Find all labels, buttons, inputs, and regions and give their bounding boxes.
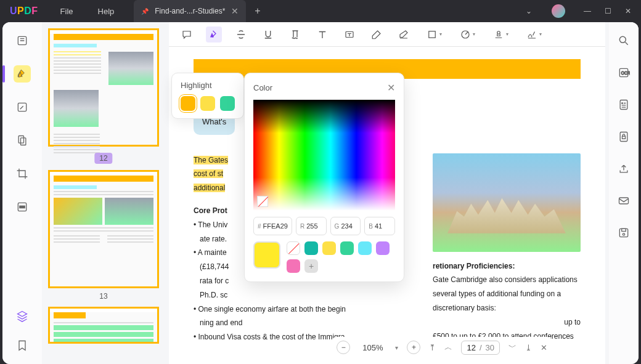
no-color-swatch[interactable]: [257, 196, 268, 207]
menu-file[interactable]: File: [48, 7, 86, 16]
pencil-tool[interactable]: [369, 26, 385, 42]
zoom-out-button[interactable]: −: [337, 341, 350, 354]
comment-tool[interactable]: [179, 26, 195, 42]
share-icon[interactable]: [615, 160, 632, 177]
r-field[interactable]: R255: [296, 217, 327, 235]
layers-icon[interactable]: [14, 307, 31, 325]
preset-cyan[interactable]: [358, 241, 372, 255]
zoom-caret-icon[interactable]: ▾: [395, 344, 398, 351]
thumbnail-panel: 12 13: [42, 22, 165, 364]
annotation-toolbar: [169, 22, 605, 47]
signature-tool[interactable]: [523, 26, 545, 42]
svg-point-10: [619, 36, 626, 42]
last-page-button[interactable]: ⤓: [525, 343, 532, 352]
zoom-value[interactable]: 105%: [359, 343, 386, 352]
thumbnail-page-13[interactable]: [48, 170, 159, 288]
user-avatar[interactable]: [552, 4, 565, 18]
tab-title: Find-and-...r-Studies*: [155, 7, 225, 15]
edit-mode-icon[interactable]: [14, 99, 31, 116]
color-spectrum[interactable]: [253, 100, 395, 211]
svg-rect-3: [21, 138, 26, 145]
ocr-icon[interactable]: OCR: [615, 64, 632, 81]
thumbnail-label-13: 13: [48, 292, 159, 301]
search-icon[interactable]: [615, 32, 632, 49]
svg-rect-13: [620, 100, 627, 110]
sticker-tool[interactable]: [456, 26, 478, 42]
color-title: Color: [253, 83, 272, 92]
preset-none[interactable]: [287, 241, 300, 255]
color-preview: [253, 241, 280, 269]
stamp-tool[interactable]: [489, 26, 512, 42]
svg-rect-5: [20, 206, 25, 208]
svg-rect-19: [622, 229, 626, 231]
highlight-swatch-0[interactable]: [181, 96, 195, 111]
bottom-bar: − 105% ▾ + ⤒ ︿ 12 / 30 ﹀ ⤓ ✕: [332, 337, 552, 358]
preset-yellow[interactable]: [322, 241, 336, 255]
text-tool[interactable]: [314, 26, 330, 42]
main-area: 12 13: [2, 22, 639, 364]
svg-text:OCR: OCR: [621, 71, 630, 75]
underline-tool[interactable]: [260, 26, 276, 42]
crop-icon[interactable]: [14, 165, 31, 182]
window-dropdown[interactable]: ⌄: [526, 7, 532, 15]
svg-rect-17: [619, 198, 629, 204]
b-field[interactable]: B41: [364, 217, 395, 235]
bookmark-icon[interactable]: [14, 337, 31, 354]
preset-pink[interactable]: [287, 259, 300, 273]
eraser-tool[interactable]: [396, 26, 412, 42]
highlight-swatch-1[interactable]: [200, 96, 215, 111]
email-icon[interactable]: [615, 192, 632, 209]
g-field[interactable]: G234: [330, 217, 361, 235]
save-icon[interactable]: [615, 224, 632, 241]
svg-rect-2: [18, 136, 23, 144]
shape-tool[interactable]: [423, 26, 445, 42]
page-indicator[interactable]: 12 / 30: [461, 341, 500, 355]
svg-rect-16: [623, 136, 626, 139]
thumbnail-label-12: 12: [94, 153, 112, 164]
svg-point-9: [497, 31, 500, 34]
highlight-title: Highlight: [181, 81, 235, 90]
svg-point-14: [622, 103, 623, 104]
document-photo: [433, 153, 581, 252]
thumbnail-page-14[interactable]: [48, 307, 159, 344]
comment-mode-icon[interactable]: [14, 65, 31, 83]
next-page-button[interactable]: ﹀: [508, 342, 516, 353]
preset-purple[interactable]: [376, 241, 390, 255]
form-icon[interactable]: [615, 96, 632, 113]
right-rail: OCR: [609, 22, 639, 364]
first-page-button[interactable]: ⤒: [429, 343, 436, 352]
zoom-in-button[interactable]: +: [407, 341, 420, 354]
reader-mode-icon[interactable]: [14, 32, 31, 49]
preset-green[interactable]: [340, 241, 354, 255]
maximize-button[interactable]: ☐: [605, 7, 611, 15]
thumbnail-page-12[interactable]: [48, 28, 159, 147]
close-tab-icon[interactable]: ✕: [231, 6, 239, 16]
highlighter-tool[interactable]: [206, 26, 222, 42]
svg-rect-15: [620, 132, 627, 142]
preset-add[interactable]: +: [304, 259, 318, 273]
left-rail: [2, 22, 42, 364]
organize-pages-icon[interactable]: [14, 132, 31, 149]
squiggly-tool[interactable]: [287, 26, 303, 42]
color-panel: Color ✕ #FFEA29 R255 G234 B41 +: [244, 73, 404, 282]
svg-point-20: [623, 233, 624, 235]
textbox-tool[interactable]: [341, 26, 357, 42]
color-close-icon[interactable]: ✕: [387, 82, 395, 94]
pin-icon: 📌: [141, 8, 149, 15]
prev-page-button[interactable]: ︿: [444, 342, 452, 353]
redact-icon[interactable]: [14, 198, 31, 216]
protect-icon[interactable]: [615, 128, 632, 145]
close-window-button[interactable]: ✕: [625, 7, 631, 15]
highlight-swatch-2[interactable]: [220, 96, 235, 111]
preset-teal[interactable]: [304, 241, 318, 255]
close-bar-button[interactable]: ✕: [541, 343, 547, 352]
hex-field[interactable]: #FFEA29: [253, 217, 292, 235]
app-logo: UPDF: [0, 6, 48, 17]
add-tab-button[interactable]: +: [255, 6, 260, 17]
strikethrough-tool[interactable]: [233, 26, 249, 42]
document-tab[interactable]: 📌 Find-and-...r-Studies* ✕: [134, 0, 246, 22]
minimize-button[interactable]: —: [584, 7, 591, 15]
svg-rect-7: [428, 31, 435, 38]
menu-help[interactable]: Help: [86, 7, 127, 16]
titlebar: UPDF File Help 📌 Find-and-...r-Studies* …: [0, 0, 641, 22]
